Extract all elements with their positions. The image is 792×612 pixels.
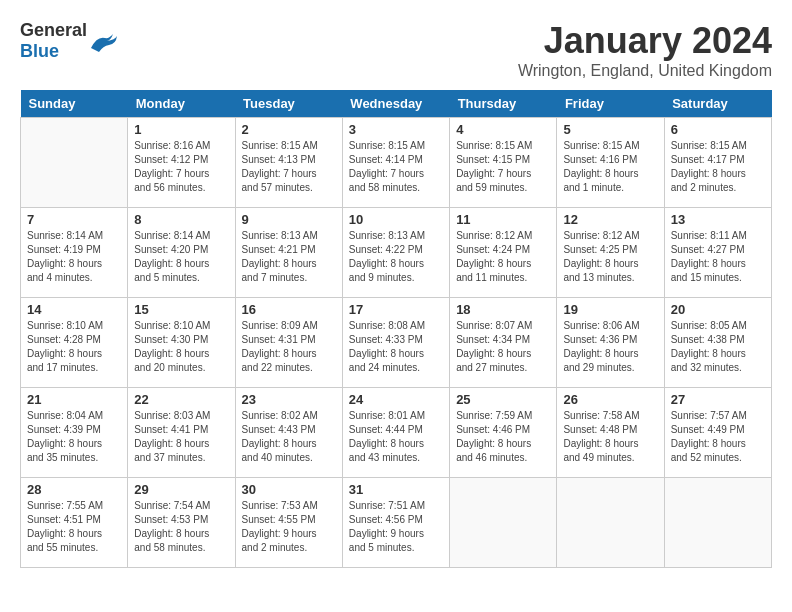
location-subtitle: Wrington, England, United Kingdom bbox=[518, 62, 772, 80]
day-header-wednesday: Wednesday bbox=[342, 90, 449, 118]
day-info: Sunrise: 7:55 AM Sunset: 4:51 PM Dayligh… bbox=[27, 499, 121, 555]
calendar-cell: 10Sunrise: 8:13 AM Sunset: 4:22 PM Dayli… bbox=[342, 208, 449, 298]
month-title: January 2024 bbox=[518, 20, 772, 62]
calendar-cell: 28Sunrise: 7:55 AM Sunset: 4:51 PM Dayli… bbox=[21, 478, 128, 568]
day-header-saturday: Saturday bbox=[664, 90, 771, 118]
day-info: Sunrise: 8:15 AM Sunset: 4:17 PM Dayligh… bbox=[671, 139, 765, 195]
day-header-friday: Friday bbox=[557, 90, 664, 118]
day-number: 19 bbox=[563, 302, 657, 317]
calendar-cell: 27Sunrise: 7:57 AM Sunset: 4:49 PM Dayli… bbox=[664, 388, 771, 478]
calendar-cell: 20Sunrise: 8:05 AM Sunset: 4:38 PM Dayli… bbox=[664, 298, 771, 388]
day-number: 12 bbox=[563, 212, 657, 227]
calendar-cell: 1Sunrise: 8:16 AM Sunset: 4:12 PM Daylig… bbox=[128, 118, 235, 208]
day-info: Sunrise: 8:03 AM Sunset: 4:41 PM Dayligh… bbox=[134, 409, 228, 465]
day-number: 18 bbox=[456, 302, 550, 317]
calendar-cell bbox=[664, 478, 771, 568]
day-info: Sunrise: 8:14 AM Sunset: 4:19 PM Dayligh… bbox=[27, 229, 121, 285]
day-header-monday: Monday bbox=[128, 90, 235, 118]
day-info: Sunrise: 7:53 AM Sunset: 4:55 PM Dayligh… bbox=[242, 499, 336, 555]
day-info: Sunrise: 8:01 AM Sunset: 4:44 PM Dayligh… bbox=[349, 409, 443, 465]
calendar-week-row: 28Sunrise: 7:55 AM Sunset: 4:51 PM Dayli… bbox=[21, 478, 772, 568]
calendar-cell: 18Sunrise: 8:07 AM Sunset: 4:34 PM Dayli… bbox=[450, 298, 557, 388]
day-number: 15 bbox=[134, 302, 228, 317]
calendar-header-row: SundayMondayTuesdayWednesdayThursdayFrid… bbox=[21, 90, 772, 118]
day-info: Sunrise: 8:11 AM Sunset: 4:27 PM Dayligh… bbox=[671, 229, 765, 285]
day-number: 31 bbox=[349, 482, 443, 497]
day-info: Sunrise: 7:59 AM Sunset: 4:46 PM Dayligh… bbox=[456, 409, 550, 465]
calendar-cell: 19Sunrise: 8:06 AM Sunset: 4:36 PM Dayli… bbox=[557, 298, 664, 388]
calendar-cell: 5Sunrise: 8:15 AM Sunset: 4:16 PM Daylig… bbox=[557, 118, 664, 208]
day-info: Sunrise: 8:10 AM Sunset: 4:28 PM Dayligh… bbox=[27, 319, 121, 375]
day-number: 13 bbox=[671, 212, 765, 227]
day-number: 25 bbox=[456, 392, 550, 407]
day-number: 7 bbox=[27, 212, 121, 227]
day-info: Sunrise: 7:58 AM Sunset: 4:48 PM Dayligh… bbox=[563, 409, 657, 465]
calendar-week-row: 14Sunrise: 8:10 AM Sunset: 4:28 PM Dayli… bbox=[21, 298, 772, 388]
day-info: Sunrise: 8:09 AM Sunset: 4:31 PM Dayligh… bbox=[242, 319, 336, 375]
day-header-thursday: Thursday bbox=[450, 90, 557, 118]
day-number: 16 bbox=[242, 302, 336, 317]
day-info: Sunrise: 8:02 AM Sunset: 4:43 PM Dayligh… bbox=[242, 409, 336, 465]
day-info: Sunrise: 8:13 AM Sunset: 4:21 PM Dayligh… bbox=[242, 229, 336, 285]
day-info: Sunrise: 7:51 AM Sunset: 4:56 PM Dayligh… bbox=[349, 499, 443, 555]
calendar-cell: 29Sunrise: 7:54 AM Sunset: 4:53 PM Dayli… bbox=[128, 478, 235, 568]
calendar-cell: 11Sunrise: 8:12 AM Sunset: 4:24 PM Dayli… bbox=[450, 208, 557, 298]
day-number: 11 bbox=[456, 212, 550, 227]
calendar-cell: 15Sunrise: 8:10 AM Sunset: 4:30 PM Dayli… bbox=[128, 298, 235, 388]
calendar-cell bbox=[450, 478, 557, 568]
logo-bird-icon bbox=[89, 30, 117, 52]
calendar-cell: 4Sunrise: 8:15 AM Sunset: 4:15 PM Daylig… bbox=[450, 118, 557, 208]
calendar-cell: 13Sunrise: 8:11 AM Sunset: 4:27 PM Dayli… bbox=[664, 208, 771, 298]
day-info: Sunrise: 7:57 AM Sunset: 4:49 PM Dayligh… bbox=[671, 409, 765, 465]
day-info: Sunrise: 8:12 AM Sunset: 4:24 PM Dayligh… bbox=[456, 229, 550, 285]
calendar-cell: 9Sunrise: 8:13 AM Sunset: 4:21 PM Daylig… bbox=[235, 208, 342, 298]
day-number: 28 bbox=[27, 482, 121, 497]
day-info: Sunrise: 8:14 AM Sunset: 4:20 PM Dayligh… bbox=[134, 229, 228, 285]
day-info: Sunrise: 8:13 AM Sunset: 4:22 PM Dayligh… bbox=[349, 229, 443, 285]
day-info: Sunrise: 8:07 AM Sunset: 4:34 PM Dayligh… bbox=[456, 319, 550, 375]
day-info: Sunrise: 8:10 AM Sunset: 4:30 PM Dayligh… bbox=[134, 319, 228, 375]
day-info: Sunrise: 8:15 AM Sunset: 4:15 PM Dayligh… bbox=[456, 139, 550, 195]
calendar-week-row: 21Sunrise: 8:04 AM Sunset: 4:39 PM Dayli… bbox=[21, 388, 772, 478]
day-info: Sunrise: 7:54 AM Sunset: 4:53 PM Dayligh… bbox=[134, 499, 228, 555]
day-header-sunday: Sunday bbox=[21, 90, 128, 118]
day-number: 3 bbox=[349, 122, 443, 137]
calendar-cell bbox=[557, 478, 664, 568]
logo-wordmark: General Blue bbox=[20, 20, 87, 62]
day-number: 14 bbox=[27, 302, 121, 317]
day-number: 5 bbox=[563, 122, 657, 137]
calendar-cell: 3Sunrise: 8:15 AM Sunset: 4:14 PM Daylig… bbox=[342, 118, 449, 208]
day-number: 27 bbox=[671, 392, 765, 407]
calendar-cell: 31Sunrise: 7:51 AM Sunset: 4:56 PM Dayli… bbox=[342, 478, 449, 568]
logo-general: General bbox=[20, 20, 87, 40]
day-number: 23 bbox=[242, 392, 336, 407]
calendar-week-row: 1Sunrise: 8:16 AM Sunset: 4:12 PM Daylig… bbox=[21, 118, 772, 208]
calendar-cell: 24Sunrise: 8:01 AM Sunset: 4:44 PM Dayli… bbox=[342, 388, 449, 478]
calendar-cell: 17Sunrise: 8:08 AM Sunset: 4:33 PM Dayli… bbox=[342, 298, 449, 388]
day-info: Sunrise: 8:05 AM Sunset: 4:38 PM Dayligh… bbox=[671, 319, 765, 375]
day-number: 26 bbox=[563, 392, 657, 407]
day-number: 8 bbox=[134, 212, 228, 227]
logo: General Blue bbox=[20, 20, 117, 62]
day-number: 29 bbox=[134, 482, 228, 497]
day-number: 4 bbox=[456, 122, 550, 137]
day-number: 10 bbox=[349, 212, 443, 227]
calendar-cell: 2Sunrise: 8:15 AM Sunset: 4:13 PM Daylig… bbox=[235, 118, 342, 208]
calendar-cell: 7Sunrise: 8:14 AM Sunset: 4:19 PM Daylig… bbox=[21, 208, 128, 298]
header: General Blue January 2024 Wrington, Engl… bbox=[20, 20, 772, 80]
calendar-table: SundayMondayTuesdayWednesdayThursdayFrid… bbox=[20, 90, 772, 568]
calendar-cell: 14Sunrise: 8:10 AM Sunset: 4:28 PM Dayli… bbox=[21, 298, 128, 388]
calendar-cell: 6Sunrise: 8:15 AM Sunset: 4:17 PM Daylig… bbox=[664, 118, 771, 208]
calendar-cell: 25Sunrise: 7:59 AM Sunset: 4:46 PM Dayli… bbox=[450, 388, 557, 478]
day-info: Sunrise: 8:15 AM Sunset: 4:16 PM Dayligh… bbox=[563, 139, 657, 195]
day-number: 2 bbox=[242, 122, 336, 137]
day-number: 1 bbox=[134, 122, 228, 137]
day-number: 6 bbox=[671, 122, 765, 137]
calendar-cell: 21Sunrise: 8:04 AM Sunset: 4:39 PM Dayli… bbox=[21, 388, 128, 478]
day-number: 21 bbox=[27, 392, 121, 407]
day-info: Sunrise: 8:16 AM Sunset: 4:12 PM Dayligh… bbox=[134, 139, 228, 195]
calendar-cell: 8Sunrise: 8:14 AM Sunset: 4:20 PM Daylig… bbox=[128, 208, 235, 298]
calendar-cell: 22Sunrise: 8:03 AM Sunset: 4:41 PM Dayli… bbox=[128, 388, 235, 478]
day-number: 17 bbox=[349, 302, 443, 317]
calendar-cell: 16Sunrise: 8:09 AM Sunset: 4:31 PM Dayli… bbox=[235, 298, 342, 388]
